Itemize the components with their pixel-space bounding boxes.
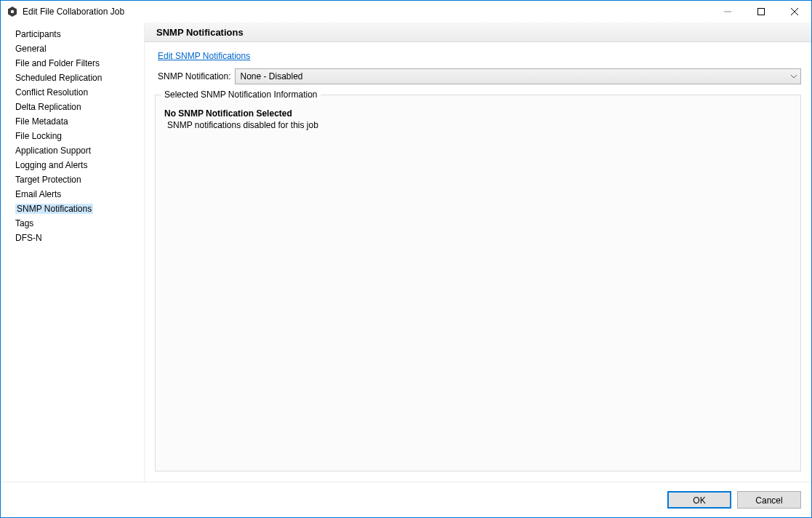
maximize-button[interactable] (744, 1, 778, 23)
sidebar-item-label: Participants (15, 29, 61, 39)
svg-line-5 (791, 8, 798, 15)
main-panel: SNMP Notifications Edit SNMP Notificatio… (145, 23, 811, 482)
sidebar-item-label: File Locking (15, 131, 62, 141)
sidebar-item-delta-replication[interactable]: Delta Replication (1, 100, 144, 114)
svg-point-1 (11, 10, 14, 13)
sidebar-item-file-and-folder-filters[interactable]: File and Folder Filters (1, 56, 144, 71)
info-title: No SNMP Notification Selected (164, 108, 792, 119)
dialog-body: ParticipantsGeneralFile and Folder Filte… (1, 23, 811, 482)
group-legend: Selected SNMP Notification Information (161, 89, 321, 100)
sidebar-item-label: Conflict Resolution (15, 87, 88, 97)
sidebar-item-snmp-notifications[interactable]: SNMP Notifications (1, 202, 144, 216)
sidebar-item-dfs-n[interactable]: DFS-N (1, 231, 144, 245)
dialog-window: Edit File Collaboration Job Participants… (0, 0, 812, 518)
sidebar-item-target-protection[interactable]: Target Protection (1, 172, 144, 187)
svg-line-4 (791, 8, 798, 15)
window-title: Edit File Collaboration Job (23, 7, 711, 17)
sidebar-item-conflict-resolution[interactable]: Conflict Resolution (1, 85, 144, 100)
sidebar-item-participants[interactable]: Participants (1, 27, 144, 41)
close-button[interactable] (778, 1, 811, 23)
sidebar-item-label: Target Protection (15, 175, 81, 185)
sidebar-item-tags[interactable]: Tags (1, 216, 144, 231)
sidebar-item-file-metadata[interactable]: File Metadata (1, 114, 144, 129)
page-title: SNMP Notifications (145, 23, 811, 42)
dialog-footer: OK Cancel (1, 482, 811, 517)
sidebar-item-label: Application Support (15, 146, 91, 156)
sidebar-item-label: SNMP Notifications (15, 204, 93, 214)
notification-label: SNMP Notification: (158, 71, 230, 81)
minimize-button[interactable] (711, 1, 744, 23)
cancel-button[interactable]: Cancel (737, 491, 801, 509)
sidebar-item-label: General (15, 44, 47, 54)
app-icon (7, 6, 18, 17)
main-content: Edit SNMP Notifications SNMP Notificatio… (145, 42, 811, 482)
sidebar-item-label: File Metadata (15, 116, 68, 127)
sidebar-item-label: Scheduled Replication (15, 73, 102, 83)
svg-rect-3 (758, 9, 765, 15)
sidebar-nav: ParticipantsGeneralFile and Folder Filte… (1, 23, 145, 482)
sidebar-item-label: DFS-N (15, 233, 42, 243)
selected-notification-group: Selected SNMP Notification Information N… (155, 95, 801, 471)
notification-value: None - Disabled (236, 71, 787, 81)
sidebar-item-file-locking[interactable]: File Locking (1, 129, 144, 143)
edit-snmp-link[interactable]: Edit SNMP Notifications (158, 51, 801, 61)
sidebar-item-logging-and-alerts[interactable]: Logging and Alerts (1, 158, 144, 172)
sidebar-item-label: File and Folder Filters (15, 58, 100, 68)
title-bar: Edit File Collaboration Job (1, 1, 811, 23)
sidebar-item-application-support[interactable]: Application Support (1, 143, 144, 158)
sidebar-item-scheduled-replication[interactable]: Scheduled Replication (1, 71, 144, 85)
sidebar-item-label: Tags (15, 218, 33, 228)
info-text: SNMP notifications disabled for this job (167, 120, 792, 130)
notification-dropdown[interactable]: None - Disabled (235, 68, 801, 84)
sidebar-item-label: Email Alerts (15, 189, 61, 199)
window-controls (711, 1, 811, 23)
sidebar-item-email-alerts[interactable]: Email Alerts (1, 187, 144, 202)
chevron-down-icon (787, 75, 800, 79)
notification-row: SNMP Notification: None - Disabled (158, 68, 801, 84)
ok-button[interactable]: OK (667, 491, 731, 509)
sidebar-item-general[interactable]: General (1, 41, 144, 56)
sidebar-item-label: Delta Replication (15, 102, 81, 112)
sidebar-item-label: Logging and Alerts (15, 160, 87, 170)
